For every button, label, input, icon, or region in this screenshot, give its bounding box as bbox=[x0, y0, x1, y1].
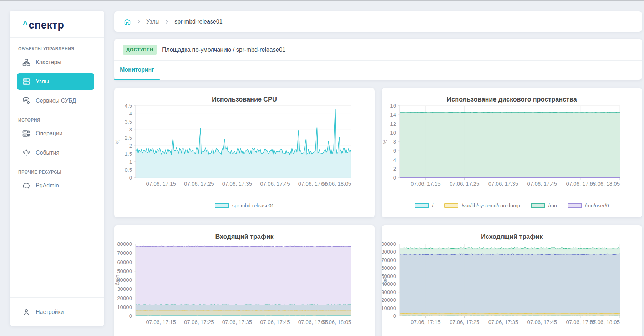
sidebar-footer: Настройки bbox=[10, 297, 104, 322]
svg-text:байт: байт bbox=[115, 275, 120, 285]
svg-text:07.06, 17:45: 07.06, 17:45 bbox=[527, 319, 557, 325]
svg-text:70000: 70000 bbox=[117, 250, 132, 256]
svg-text:1: 1 bbox=[129, 159, 132, 165]
svg-text:07.06, 17:25: 07.06, 17:25 bbox=[450, 181, 479, 187]
svg-text:%: % bbox=[382, 140, 388, 144]
sidebar-item-operations[interactable]: Операции bbox=[17, 125, 94, 142]
sidebar-item-label: PgAdmin bbox=[36, 182, 59, 189]
legend-label: /run bbox=[548, 203, 557, 208]
legend-item[interactable]: / bbox=[415, 203, 433, 208]
logo-text: спектр bbox=[29, 19, 64, 31]
svg-text:0: 0 bbox=[129, 175, 132, 181]
svg-text:2: 2 bbox=[129, 143, 132, 149]
svg-text:14: 14 bbox=[390, 112, 396, 118]
svg-text:%: % bbox=[115, 140, 120, 144]
incoming-traffic-chart: 0100002000030000400005000060000700008000… bbox=[114, 225, 375, 336]
legend-label: / bbox=[432, 203, 433, 208]
svg-text:07.06, 17:15: 07.06, 17:15 bbox=[411, 319, 440, 325]
node-title: Площадка по-умолчанию / spr-mbd-release0… bbox=[162, 46, 285, 53]
chevron-right-icon bbox=[164, 19, 169, 24]
sidebar-item-label: Операции bbox=[36, 130, 62, 137]
legend-swatch-icon bbox=[444, 203, 458, 208]
sidebar-section-other: ПРОЧИЕ РЕСУРСЫ bbox=[18, 170, 96, 175]
breadcrumb-item-current: spr-mbd-release01 bbox=[174, 19, 222, 25]
sidebar-item-label: События bbox=[36, 150, 59, 156]
sidebar-item-db-services[interactable]: Сервисы СУБД bbox=[17, 93, 94, 109]
incoming-traffic-chart-card: Входящий трафик 010000200003000040000500… bbox=[114, 225, 375, 336]
home-icon[interactable] bbox=[123, 18, 131, 26]
sidebar-item-label: Сервисы СУБД bbox=[36, 98, 76, 104]
svg-text:0: 0 bbox=[393, 175, 396, 181]
svg-text:80000: 80000 bbox=[382, 249, 396, 255]
svg-text:16: 16 bbox=[390, 103, 396, 109]
svg-text:60000: 60000 bbox=[382, 265, 396, 271]
breadcrumb-item-nodes[interactable]: Узлы bbox=[146, 19, 159, 25]
sidebar-item-clusters[interactable]: Кластеры bbox=[17, 54, 94, 71]
legend-item[interactable]: /var/lib/systemd/coredump bbox=[444, 203, 520, 208]
chart-legend: //var/lib/systemd/coredump/run/run/user/… bbox=[382, 203, 642, 208]
sidebar-item-label: Кластеры bbox=[36, 59, 61, 66]
sidebar-section-objects: ОБЪЕКТЫ УПРАВЛЕНИЯ bbox=[18, 46, 96, 51]
operations-icon bbox=[22, 129, 31, 138]
svg-text:80000: 80000 bbox=[117, 241, 132, 247]
sidebar: ^ спектр ОБЪЕКТЫ УПРАВЛЕНИЯ Кластеры Узл… bbox=[10, 11, 104, 326]
svg-text:12: 12 bbox=[390, 121, 396, 127]
nodes-icon bbox=[22, 77, 31, 86]
sidebar-item-nodes[interactable]: Узлы bbox=[17, 73, 94, 90]
svg-text:10000: 10000 bbox=[382, 305, 396, 311]
disk-usage-chart-card: Использование дискового пространства 024… bbox=[382, 88, 642, 217]
legend-item[interactable]: /run bbox=[531, 203, 557, 208]
svg-text:07.06, 17:35: 07.06, 17:35 bbox=[488, 319, 518, 325]
svg-text:50000: 50000 bbox=[117, 268, 132, 274]
svg-text:4: 4 bbox=[393, 157, 396, 163]
tab-monitoring[interactable]: Мониторинг bbox=[120, 67, 154, 73]
status-badge: ДОСТУПЕН bbox=[123, 45, 157, 55]
cpu-usage-chart: 00.511.522.533.544.507.06, 17:1507.06, 1… bbox=[114, 88, 375, 217]
chevron-right-icon bbox=[136, 19, 141, 24]
svg-text:4.5: 4.5 bbox=[125, 103, 132, 109]
svg-text:байт: байт bbox=[382, 275, 388, 285]
legend-swatch-icon bbox=[568, 203, 582, 208]
logo-caret-icon: ^ bbox=[22, 21, 28, 28]
sidebar-item-events[interactable]: События bbox=[17, 145, 94, 161]
svg-text:10000: 10000 bbox=[117, 304, 132, 310]
svg-text:20000: 20000 bbox=[117, 295, 132, 301]
svg-text:07.06, 17:45: 07.06, 17:45 bbox=[527, 181, 557, 187]
sidebar-item-pgadmin[interactable]: PgAdmin bbox=[17, 177, 94, 194]
svg-text:20000: 20000 bbox=[382, 297, 396, 303]
sidebar-item-label: Узлы bbox=[36, 78, 49, 85]
svg-text:0: 0 bbox=[393, 313, 396, 319]
svg-text:2: 2 bbox=[393, 166, 396, 172]
svg-text:07.06, 17:25: 07.06, 17:25 bbox=[184, 319, 214, 325]
svg-text:07.06, 17:25: 07.06, 17:25 bbox=[184, 181, 214, 187]
clusters-icon bbox=[22, 58, 31, 67]
svg-text:2.5: 2.5 bbox=[125, 135, 132, 141]
sidebar-item-label: Настройки bbox=[36, 309, 64, 315]
sidebar-divider bbox=[10, 37, 104, 38]
tab-active-underline bbox=[114, 79, 160, 80]
svg-text:07.06, 17:45: 07.06, 17:45 bbox=[260, 319, 290, 325]
svg-text:3: 3 bbox=[129, 126, 132, 133]
svg-text:30000: 30000 bbox=[117, 286, 132, 292]
sidebar-item-settings[interactable]: Настройки bbox=[17, 304, 94, 320]
legend-swatch-icon bbox=[215, 203, 229, 208]
legend-label: /run/user/0 bbox=[585, 203, 609, 208]
tab-bar: Мониторинг bbox=[114, 61, 642, 80]
outgoing-traffic-chart: 0100002000030000400005000060000700008000… bbox=[382, 225, 642, 336]
svg-text:60000: 60000 bbox=[117, 259, 132, 265]
svg-text:30000: 30000 bbox=[382, 289, 396, 295]
svg-text:07.06, 18:05: 07.06, 18:05 bbox=[590, 181, 620, 187]
legend-item[interactable]: spr-mbd-release01 bbox=[215, 203, 274, 208]
app-logo[interactable]: ^ спектр bbox=[10, 11, 104, 37]
db-services-icon bbox=[22, 96, 31, 105]
pgadmin-icon bbox=[22, 181, 31, 190]
svg-text:07.06, 17:35: 07.06, 17:35 bbox=[488, 181, 518, 187]
app-root: ^ спектр ОБЪЕКТЫ УПРАВЛЕНИЯ Кластеры Узл… bbox=[0, 0, 644, 336]
svg-text:07.06, 18:05: 07.06, 18:05 bbox=[321, 181, 351, 187]
svg-text:8: 8 bbox=[393, 139, 396, 145]
svg-text:07.06, 17:15: 07.06, 17:15 bbox=[146, 319, 176, 325]
legend-item[interactable]: /run/user/0 bbox=[568, 203, 609, 208]
svg-text:07.06, 17:15: 07.06, 17:15 bbox=[411, 181, 440, 187]
svg-text:70000: 70000 bbox=[382, 257, 396, 263]
svg-text:07.06, 17:15: 07.06, 17:15 bbox=[146, 181, 176, 187]
